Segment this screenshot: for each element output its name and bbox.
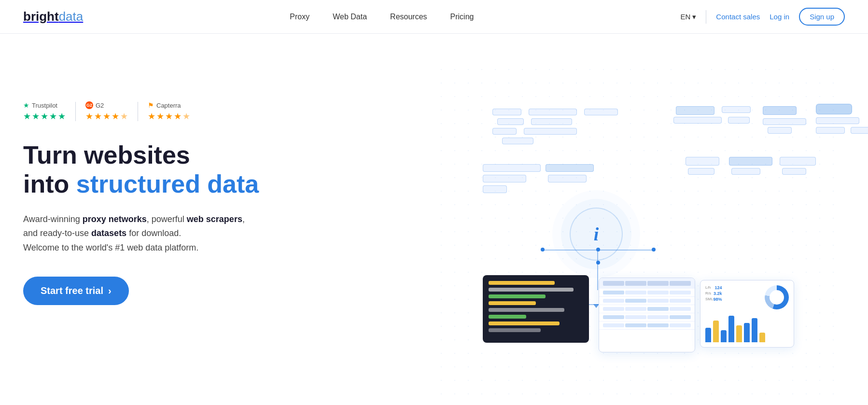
data-block <box>763 118 806 125</box>
code-line <box>489 301 536 305</box>
analytics-chart-card: L/h 124 R/s 3.2k SML 98% <box>700 280 794 348</box>
data-block <box>492 128 517 135</box>
login-button[interactable]: Log in <box>770 13 789 21</box>
chart-bar <box>759 333 765 342</box>
chart-bar <box>744 323 750 342</box>
connector-line <box>598 250 654 251</box>
data-block <box>524 128 577 135</box>
rating-divider-2 <box>138 102 138 121</box>
nav-right: EN ▾ Contact sales Log in Sign up <box>681 8 845 26</box>
logo[interactable]: bright data <box>23 9 83 24</box>
data-block <box>673 117 722 124</box>
code-line <box>489 294 546 298</box>
chart-bar <box>736 325 742 342</box>
logo-data: data <box>59 9 84 24</box>
chart-stats: L/h 124 R/s 3.2k SML 98% <box>705 285 722 309</box>
nav-resources[interactable]: Resources <box>390 13 427 21</box>
data-block <box>782 168 806 175</box>
data-block <box>686 157 719 166</box>
ratings-row: ★ Trustpilot ★ ★ ★ ★ ★ G2 G2 <box>23 101 259 122</box>
nav-divider <box>706 10 706 24</box>
logo-bright: bright <box>23 9 59 24</box>
code-card <box>483 275 589 343</box>
data-block <box>729 157 772 166</box>
code-line <box>489 328 541 332</box>
data-block <box>780 157 816 166</box>
table-row <box>599 289 695 297</box>
capterra-label: ⚑ Capterra <box>148 101 181 109</box>
data-block <box>816 127 845 134</box>
cta-arrow-icon: › <box>108 285 112 296</box>
main-headline: Turn websites into structured data <box>23 141 259 199</box>
capterra-name: Capterra <box>156 102 181 109</box>
data-block <box>497 118 524 125</box>
code-line <box>489 288 574 292</box>
hero-illustration: i <box>434 63 845 401</box>
code-line <box>489 308 564 312</box>
data-block <box>483 164 541 172</box>
g2-icon: G2 <box>85 101 93 109</box>
trustpilot-stars: ★ ★ ★ ★ ★ <box>23 111 66 122</box>
data-block <box>728 117 750 124</box>
chart-bar <box>721 330 727 342</box>
nav-pricing[interactable]: Pricing <box>450 13 474 21</box>
hero-left: ★ Trustpilot ★ ★ ★ ★ ★ G2 G2 <box>23 63 259 305</box>
data-block <box>816 117 859 124</box>
hero-section: ★ Trustpilot ★ ★ ★ ★ ★ G2 G2 <box>0 34 868 405</box>
nav-links: Proxy Web Data Resources Pricing <box>290 13 474 21</box>
capterra-icon: ⚑ <box>148 101 154 109</box>
chart-bar <box>713 321 719 342</box>
data-block <box>731 168 760 175</box>
connector-line <box>597 250 598 290</box>
nav-web-data[interactable]: Web Data <box>333 13 367 21</box>
info-icon: i <box>594 223 599 245</box>
g2-stars: ★ ★ ★ ★ ★ <box>85 111 128 122</box>
data-block <box>492 109 521 115</box>
signup-button[interactable]: Sign up <box>799 8 845 26</box>
data-block <box>676 106 714 115</box>
table-header <box>599 278 695 289</box>
contact-sales-link[interactable]: Contact sales <box>716 13 760 21</box>
g2-rating: G2 G2 ★ ★ ★ ★ ★ <box>85 101 128 122</box>
data-block <box>548 175 587 182</box>
table-row <box>599 305 695 313</box>
data-block <box>688 168 714 175</box>
data-block <box>722 106 751 113</box>
capterra-stars: ★ ★ ★ ★ ★ <box>148 111 190 122</box>
connector-dot <box>596 248 600 251</box>
data-block <box>816 104 852 114</box>
data-block <box>529 109 577 115</box>
connector-line <box>543 250 598 251</box>
donut-chart <box>765 285 789 309</box>
table-row <box>599 313 695 321</box>
data-flow-illustration: i <box>434 63 845 401</box>
chart-bar <box>705 328 711 342</box>
data-block <box>768 127 792 134</box>
chart-bar <box>728 316 734 342</box>
connector-dot <box>541 248 545 251</box>
data-block <box>502 138 533 144</box>
g2-name: G2 <box>96 102 104 109</box>
data-block <box>483 175 526 182</box>
capterra-rating: ⚑ Capterra ★ ★ ★ ★ ★ <box>148 101 190 122</box>
rating-divider-1 <box>75 102 76 121</box>
language-selector[interactable]: EN ▾ <box>681 13 697 21</box>
table-row <box>599 297 695 305</box>
trustpilot-rating: ★ Trustpilot ★ ★ ★ ★ ★ <box>23 101 66 122</box>
table-row <box>599 321 695 330</box>
code-line <box>489 321 560 325</box>
data-table-card <box>599 278 695 352</box>
trustpilot-name: Trustpilot <box>32 102 57 109</box>
connector-dot <box>596 261 600 265</box>
nav-proxy[interactable]: Proxy <box>290 13 309 21</box>
processing-circle: i <box>570 208 623 261</box>
chart-top: L/h 124 R/s 3.2k SML 98% <box>705 285 789 309</box>
bar-chart <box>705 313 789 342</box>
trustpilot-icon: ★ <box>23 101 29 109</box>
start-free-trial-button[interactable]: Start free trial › <box>23 277 129 305</box>
data-block <box>483 185 507 193</box>
g2-label: G2 G2 <box>85 101 104 109</box>
trustpilot-label: ★ Trustpilot <box>23 101 57 109</box>
data-block <box>763 106 797 115</box>
data-block <box>546 164 594 172</box>
